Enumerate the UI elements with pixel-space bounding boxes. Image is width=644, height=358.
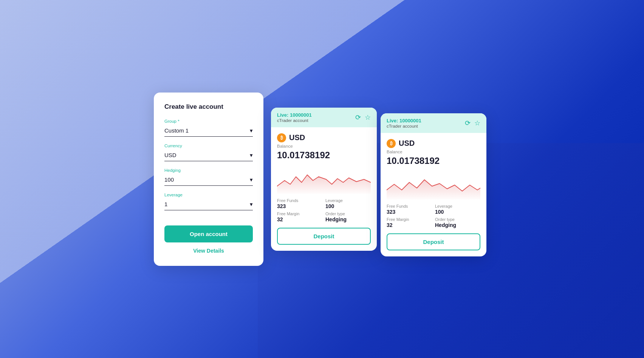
account-1-free-margin-value: 32 [277, 216, 322, 222]
account-card-2-header: Live: 10000001 cTrader account ⟳ ☆ [381, 113, 486, 133]
account-1-leverage-label: Leverage [325, 198, 371, 203]
account-2-free-funds-label: Free Funds [387, 204, 432, 208]
account-2-chart [387, 169, 480, 199]
account-1-order-type: Order type Hedging [325, 211, 371, 222]
account-1-stats: Free Funds 323 Leverage 100 Free Margin … [271, 194, 377, 222]
hedging-value: 100 [164, 176, 174, 183]
account-1-order-type-label: Order type [325, 211, 371, 216]
account-1-free-margin: Free Margin 32 [277, 211, 322, 222]
currency-value: USD [164, 152, 176, 158]
hedging-field: Hedging 100 ▾ [164, 168, 253, 186]
currency-select[interactable]: USD ▾ [164, 150, 253, 161]
account-1-leverage: Leverage 100 [325, 198, 371, 209]
group-chevron-icon: ▾ [250, 127, 253, 134]
account-2-currency-name: USD [399, 139, 415, 148]
view-details-link[interactable]: View Details [164, 248, 253, 254]
account-2-order-type: Order type Hedging [435, 217, 480, 228]
account-1-free-margin-label: Free Margin [277, 211, 322, 216]
account-1-info: Live: 10000001 cTrader account [277, 112, 312, 123]
leverage-value: 1 [164, 201, 167, 207]
account-1-header-icons: ⟳ ☆ [355, 113, 371, 122]
currency-label: Currency [164, 144, 253, 148]
account-card-1-header: Live: 10000001 cTrader account ⟳ ☆ [271, 108, 377, 127]
account-1-type-label: cTrader account [277, 118, 312, 123]
account-2-balance-label: Balance [387, 150, 480, 154]
create-card-title: Create live account [164, 103, 253, 111]
account-2-free-funds: Free Funds 323 [387, 204, 432, 215]
account-1-free-funds: Free Funds 323 [277, 198, 322, 209]
account-1-deposit-button[interactable]: Deposit [277, 228, 371, 245]
leverage-select[interactable]: 1 ▾ [164, 199, 253, 210]
account-1-free-funds-label: Free Funds [277, 198, 322, 203]
leverage-chevron-icon: ▾ [250, 201, 253, 208]
group-select[interactable]: Custom 1 ▾ [164, 126, 253, 137]
account-1-free-funds-value: 323 [277, 203, 322, 209]
account-1-chart [277, 164, 371, 194]
account-2-balance-amount: 10.01738192 [387, 156, 480, 166]
account-2-deposit-button[interactable]: Deposit [387, 233, 480, 250]
account-2-stats: Free Funds 323 Leverage 100 Free Margin … [381, 199, 486, 228]
account-2-currency-row: ₿ USD [387, 139, 480, 148]
account-1-live-label: Live: 10000001 [277, 112, 312, 118]
account-1-currency-row: ₿ USD [277, 133, 371, 142]
account-card-2-body: ₿ USD Balance 10.01738192 [381, 133, 486, 199]
account-2-free-margin-value: 32 [387, 222, 432, 228]
account-2-free-margin: Free Margin 32 [387, 217, 432, 228]
chart-fill-1 [277, 175, 371, 194]
account-2-order-type-label: Order type [435, 217, 480, 222]
account-2-free-funds-value: 323 [387, 209, 432, 215]
history-icon[interactable]: ⟳ [355, 113, 361, 122]
account-1-currency-name: USD [289, 133, 305, 142]
group-value: Custom 1 [164, 127, 189, 134]
account-1-balance-label: Balance [277, 144, 371, 148]
account-card-2: Live: 10000001 cTrader account ⟳ ☆ ₿ USD… [381, 113, 486, 256]
star-icon[interactable]: ☆ [365, 113, 371, 122]
account-2-type-label: cTrader account [387, 124, 421, 128]
account-2-live-label: Live: 10000001 [387, 118, 421, 123]
create-account-card: Create live account Group * Custom 1 ▾ C… [154, 93, 263, 266]
cards-container: Create live account Group * Custom 1 ▾ C… [154, 93, 490, 266]
account-1-order-type-value: Hedging [325, 216, 371, 222]
hedging-label: Hedging [164, 168, 253, 173]
account-1-balance-amount: 10.01738192 [277, 150, 371, 160]
account-2-free-margin-label: Free Margin [387, 217, 432, 222]
hedging-select[interactable]: 100 ▾ [164, 175, 253, 186]
group-label: Group * [164, 119, 253, 123]
btc-icon-2: ₿ [387, 139, 396, 148]
account-2-leverage-value: 100 [435, 209, 480, 215]
account-1-leverage-value: 100 [325, 203, 371, 209]
leverage-label: Leverage [164, 193, 253, 197]
group-field: Group * Custom 1 ▾ [164, 119, 253, 137]
btc-icon-1: ₿ [277, 133, 286, 142]
account-2-leverage-label: Leverage [435, 204, 480, 208]
account-2-header-icons: ⟳ ☆ [465, 119, 480, 127]
account-2-info: Live: 10000001 cTrader account [387, 118, 421, 128]
account-2-order-type-value: Hedging [435, 222, 480, 228]
account-2-leverage: Leverage 100 [435, 204, 480, 215]
star-icon-2[interactable]: ☆ [474, 119, 480, 127]
currency-chevron-icon: ▾ [250, 152, 253, 159]
leverage-field: Leverage 1 ▾ [164, 193, 253, 210]
account-card-1-body: ₿ USD Balance 10.01738192 [271, 127, 377, 194]
account-card-1: Live: 10000001 cTrader account ⟳ ☆ ₿ USD… [271, 108, 377, 251]
currency-field: Currency USD ▾ [164, 144, 253, 161]
history-icon-2[interactable]: ⟳ [465, 119, 471, 127]
hedging-chevron-icon: ▾ [250, 176, 253, 183]
open-account-button[interactable]: Open account [164, 225, 253, 242]
